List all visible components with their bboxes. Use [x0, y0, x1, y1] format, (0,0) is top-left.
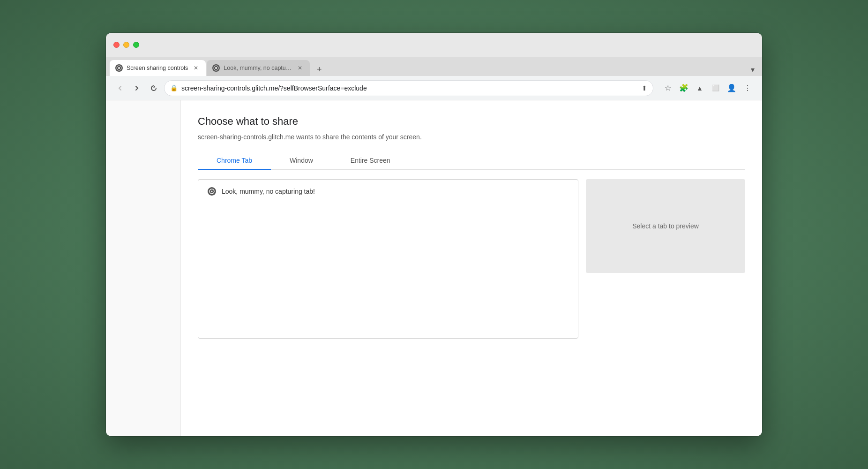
browser-tab-inactive[interactable]: Look, mummy, no capturing ta ✕: [207, 60, 310, 76]
tab-close-1[interactable]: ✕: [192, 64, 200, 72]
close-button[interactable]: [113, 42, 120, 48]
security-lock-icon: 🔒: [170, 84, 178, 91]
address-bar: 🔒 screen-sharing-controls.glitch.me/?sel…: [106, 76, 762, 100]
browser-sidebar: [106, 100, 181, 436]
share-content: Look, mummy, no capturing tab! Select a …: [198, 179, 745, 339]
back-button[interactable]: [113, 82, 127, 95]
traffic-lights: [113, 42, 139, 48]
forward-button[interactable]: [130, 82, 143, 95]
url-bar[interactable]: 🔒 screen-sharing-controls.glitch.me/?sel…: [164, 80, 653, 96]
dialog-title: Choose what to share: [198, 115, 745, 128]
svg-point-5: [211, 191, 213, 192]
browser-content: Choose what to share screen-sharing-cont…: [106, 100, 762, 436]
labs-icon[interactable]: ▲: [693, 81, 707, 95]
preview-placeholder: Select a tab to preview: [632, 222, 699, 230]
title-bar: [106, 33, 762, 57]
tab-list: Look, mummy, no capturing tab!: [198, 179, 578, 339]
tab-title-1: Screen sharing controls: [127, 65, 188, 71]
preview-box: Select a tab to preview: [586, 179, 745, 273]
preview-panel: Select a tab to preview: [586, 179, 745, 339]
menu-icon[interactable]: ⋮: [741, 81, 755, 95]
url-text: screen-sharing-controls.glitch.me/?selfB…: [181, 84, 638, 92]
tab-chrome-tab[interactable]: Chrome Tab: [198, 152, 271, 170]
tab-window[interactable]: Window: [271, 152, 332, 170]
share-icon: ⬆: [642, 84, 647, 92]
tab-entire-screen[interactable]: Entire Screen: [332, 152, 409, 170]
tab-item-title: Look, mummy, no capturing tab!: [222, 188, 315, 195]
tab-favicon-2: [212, 64, 220, 72]
extensions-icon[interactable]: 🧩: [677, 81, 691, 95]
split-screen-icon[interactable]: ⬜: [709, 81, 723, 95]
reload-button[interactable]: [147, 82, 160, 95]
profile-icon[interactable]: 👤: [725, 81, 739, 95]
list-item[interactable]: Look, mummy, no capturing tab!: [200, 182, 576, 201]
bookmark-icon[interactable]: ☆: [661, 81, 675, 95]
main-content: Choose what to share screen-sharing-cont…: [181, 100, 762, 436]
tab-favicon-1: [115, 64, 123, 72]
share-type-tabs: Chrome Tab Window Entire Screen: [198, 152, 745, 170]
new-tab-button[interactable]: +: [313, 63, 326, 76]
browser-tab-active[interactable]: Screen sharing controls ✕: [110, 60, 206, 76]
svg-point-1: [118, 67, 120, 69]
dialog-subtitle: screen-sharing-controls.glitch.me wants …: [198, 133, 745, 141]
maximize-button[interactable]: [133, 42, 139, 48]
minimize-button[interactable]: [123, 42, 129, 48]
tab-dropdown-button[interactable]: ▾: [747, 63, 758, 76]
tab-bar: Screen sharing controls ✕ Look, mummy, n…: [106, 57, 762, 76]
tab-close-2[interactable]: ✕: [296, 64, 304, 72]
tab-item-favicon: [208, 187, 216, 196]
svg-point-3: [215, 67, 217, 69]
toolbar-icons: ☆ 🧩 ▲ ⬜ 👤 ⋮: [661, 81, 755, 95]
browser-window: Screen sharing controls ✕ Look, mummy, n…: [106, 33, 762, 436]
tab-title-2: Look, mummy, no capturing ta: [224, 65, 292, 71]
